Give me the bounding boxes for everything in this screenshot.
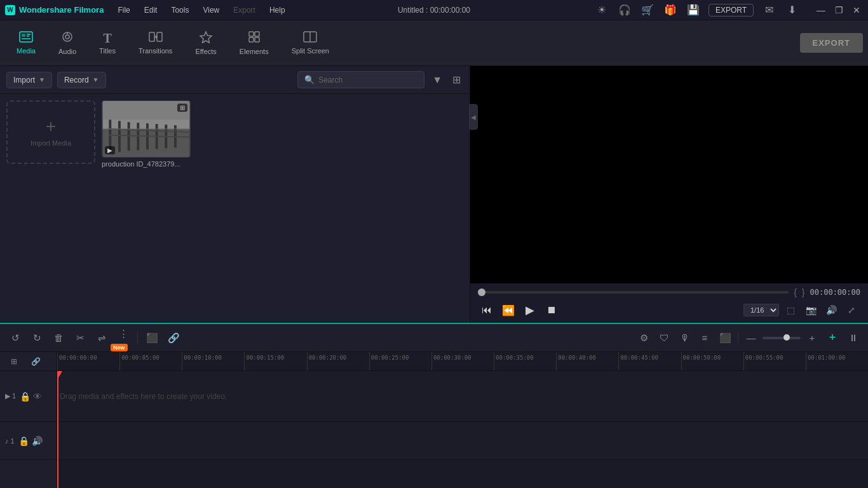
filter-icon[interactable]: ▼	[430, 72, 445, 88]
toolbar-transitions[interactable]: Transitions	[127, 26, 184, 60]
menu-tools[interactable]: Tools	[165, 3, 195, 17]
video-track: Drag media and effects here to create yo…	[57, 371, 868, 422]
mic-icon-btn[interactable]: 🎙	[675, 329, 693, 347]
ruler-mark-9: 00:00:45:00	[618, 352, 681, 370]
link-icon[interactable]: 🔗	[27, 353, 44, 370]
grid-view-icon[interactable]: ⊞	[450, 71, 463, 88]
timeline-right-tools: ⚙ 🛡 🎙 ≡ ⬛ — + + ⏸	[635, 329, 862, 347]
titles-label: Titles	[99, 47, 116, 55]
record-dropdown[interactable]: Record ▼	[57, 72, 106, 88]
window-title: Untitled : 00:00:00:00	[398, 6, 470, 15]
audio-lock-icon[interactable]: 🔒	[18, 436, 29, 446]
export-button[interactable]: EXPORT	[800, 33, 863, 53]
expand-icon[interactable]: ⤢	[843, 301, 860, 319]
ruler-mark-2: 00:00:10:00	[182, 352, 244, 370]
save-icon[interactable]: 💾	[686, 3, 701, 18]
video-track-header: ▶ 1 🔒 👁	[0, 371, 57, 422]
ruler-label-2: 00:00:10:00	[184, 355, 222, 361]
media-item-label: production ID_4782379...	[102, 160, 191, 168]
gift-icon[interactable]: 🎁	[663, 3, 678, 18]
progress-bar-area: { } 00:00:00:00	[478, 287, 860, 297]
playhead[interactable]	[57, 371, 58, 488]
menu-help[interactable]: Help	[263, 3, 292, 17]
eye-icon[interactable]: 👁	[33, 391, 42, 402]
cart-icon[interactable]: 🛒	[640, 3, 655, 18]
media-item[interactable]: ⊞ ▶ production ID_4782379...	[102, 100, 191, 168]
step-back-button[interactable]: ⏮	[478, 301, 496, 319]
ruler-mark-4: 00:00:20:00	[307, 352, 369, 370]
settings-icon-btn[interactable]: ⚙	[635, 329, 653, 347]
preview-timecode: 00:00:00:00	[810, 288, 860, 297]
toolbar-titles[interactable]: T Titles	[88, 27, 127, 60]
minimize-button[interactable]: —	[815, 4, 827, 17]
zoom-slider[interactable]	[763, 337, 801, 339]
ruler-mark-11: 00:00:55:00	[743, 352, 806, 370]
snap-add-icon[interactable]: ⊞	[5, 353, 23, 370]
preview-right-controls: 1/16 ⬚ 📷 🔊 ⤢	[743, 301, 860, 319]
close-button[interactable]: ✕	[850, 4, 863, 17]
lock-icon[interactable]: 🔒	[20, 391, 31, 402]
audio-mute-icon[interactable]: 🔊	[32, 436, 43, 446]
menu-view[interactable]: View	[196, 3, 226, 17]
delete-button[interactable]: 🗑	[50, 329, 67, 347]
split-button[interactable]: ⇌	[93, 329, 111, 347]
import-media-box[interactable]: + Import Media	[6, 100, 95, 164]
login-button[interactable]: EXPORT	[709, 4, 754, 17]
left-bracket-icon: {	[794, 287, 797, 297]
cut-button[interactable]: ✂	[71, 329, 89, 347]
menu-edit[interactable]: Edit	[138, 3, 164, 17]
preview-panel: { } 00:00:00:00 ⏮ ⏪ ▶ ⏹ 1/16 ⬚ 📷 🔊 ⤢	[470, 66, 868, 323]
add-track-button[interactable]: +	[824, 329, 841, 347]
align-icon-btn[interactable]: ≡	[696, 329, 714, 347]
shield-icon-btn[interactable]: 🛡	[655, 329, 673, 347]
ruler-ticks: 00:00:00:00 00:00:05:00 00:00:10:00 00:0…	[57, 352, 868, 370]
menu-file[interactable]: File	[111, 3, 136, 17]
track-add-left-button[interactable]: ⬛	[143, 329, 161, 347]
menu-export[interactable]: Export	[227, 3, 262, 17]
panel-collapse-arrow[interactable]: ◀	[469, 104, 478, 130]
ruler-mark-1: 00:00:05:00	[119, 352, 182, 370]
ruler-label-10: 00:00:50:00	[683, 355, 721, 361]
zoom-out-button[interactable]: —	[742, 329, 760, 347]
pause-all-button[interactable]: ⏸	[844, 329, 862, 347]
toolbar-audio[interactable]: Audio	[47, 25, 88, 60]
headphones-icon[interactable]: 🎧	[617, 3, 632, 18]
volume-icon[interactable]: 🔊	[822, 301, 840, 319]
media-label: Media	[17, 47, 36, 55]
svg-rect-14	[255, 37, 259, 42]
frame-back-button[interactable]: ⏪	[499, 301, 517, 319]
toolbar-media[interactable]: Media	[5, 26, 47, 60]
maximize-button[interactable]: ❐	[832, 4, 845, 17]
fullscreen-preview-icon[interactable]: ⬚	[782, 301, 799, 319]
speed-selector[interactable]: 1/16	[743, 304, 779, 316]
audio-track-label: ♪ 1	[5, 437, 15, 445]
more-button[interactable]: ⋮	[114, 325, 132, 342]
svg-marker-10	[200, 32, 212, 43]
message-icon[interactable]: ✉	[761, 3, 776, 18]
play-button[interactable]: ▶	[521, 301, 539, 319]
svg-rect-0	[20, 32, 32, 42]
import-dropdown[interactable]: Import ▼	[6, 72, 52, 88]
redo-button[interactable]: ↻	[28, 329, 46, 347]
download-icon[interactable]: ⬇	[784, 3, 799, 18]
ruler-mark-5: 00:00:25:00	[369, 352, 431, 370]
toolbar-splitscreen[interactable]: Split Screen	[280, 26, 341, 60]
media-thumbnail: ⊞ ▶	[102, 100, 191, 158]
undo-button[interactable]: ↺	[6, 329, 24, 347]
snapshot-icon[interactable]: 📷	[802, 301, 820, 319]
menubar: File Edit Tools View Export Help	[111, 3, 593, 17]
track-link-button[interactable]: 🔗	[165, 329, 182, 347]
transitions-label: Transitions	[139, 47, 172, 55]
search-input[interactable]	[318, 76, 417, 85]
sun-icon[interactable]: ☀	[594, 3, 609, 18]
toolbar-elements[interactable]: Elements	[228, 25, 280, 60]
crop-icon-btn[interactable]: ⬛	[716, 329, 734, 347]
zoom-in-button[interactable]: +	[803, 329, 821, 347]
ruler-label-1: 00:00:05:00	[121, 355, 159, 361]
progress-bar[interactable]	[478, 291, 789, 294]
record-label: Record	[64, 76, 89, 85]
new-badge: New	[111, 344, 128, 351]
svg-rect-13	[249, 37, 254, 42]
toolbar-effects[interactable]: Effects	[184, 25, 227, 60]
stop-button[interactable]: ⏹	[543, 301, 560, 319]
